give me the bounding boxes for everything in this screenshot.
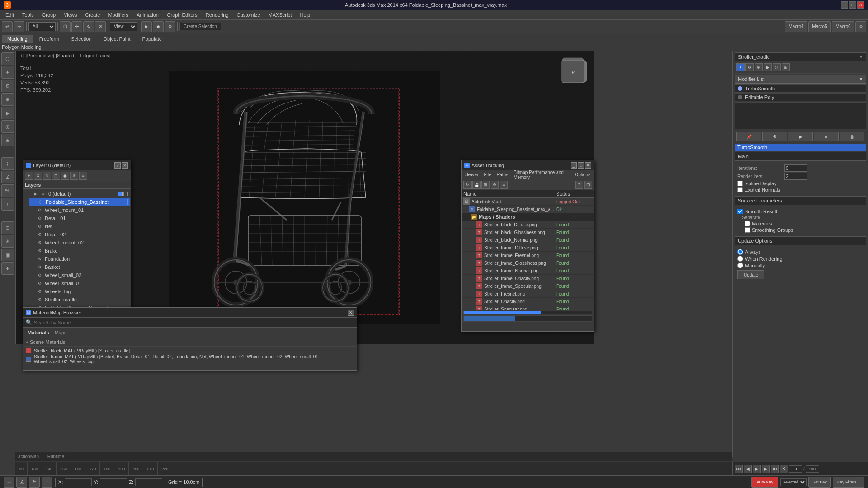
layers-freeze-button[interactable]: ❄ bbox=[70, 172, 78, 180]
asset-row-vault[interactable]: 🏛 Autodesk Vault Logged Out bbox=[462, 198, 594, 206]
close-button[interactable]: ✕ bbox=[857, 1, 864, 9]
layers-highlight-button[interactable]: ◉ bbox=[61, 172, 69, 180]
selection-filter-dropdown[interactable]: All bbox=[28, 22, 56, 31]
asset-help-button[interactable]: ? bbox=[575, 181, 583, 189]
layers-new-button[interactable]: + bbox=[25, 172, 33, 180]
asset-menu-paths[interactable]: Paths bbox=[495, 172, 510, 177]
render-iters-input[interactable] bbox=[784, 173, 807, 180]
layer-item-detail-02[interactable]: ⚙ Detail_02 bbox=[35, 230, 130, 239]
asset-row-frame-opacity[interactable]: T Stroller_frame_Opacity.png Found bbox=[462, 275, 594, 282]
section-materials[interactable]: Materials bbox=[26, 329, 51, 336]
play-button[interactable]: ▶ bbox=[753, 465, 761, 473]
materials-checkbox[interactable] bbox=[745, 221, 750, 226]
timeline[interactable]: 80 130 140 150 160 170 180 190 200 210 2… bbox=[15, 462, 732, 475]
layer-item-wheel-small-02[interactable]: ⚙ Wheel_small_02 bbox=[35, 271, 130, 279]
asset-row-frame-normal[interactable]: T Stroller_frame_Normal.png Found bbox=[462, 267, 594, 275]
menu-rendering[interactable]: Rendering bbox=[202, 11, 232, 19]
layer-item-wheel-mount-01[interactable]: ⚙ Wheel_mount_01 bbox=[35, 206, 130, 214]
menu-help[interactable]: Help bbox=[297, 11, 314, 19]
asset-minimize-button[interactable]: _ bbox=[571, 162, 577, 169]
tab-populate[interactable]: Populate bbox=[137, 35, 167, 43]
update-options-header[interactable]: Update Options bbox=[735, 236, 866, 245]
set-key-button[interactable]: Set Key bbox=[808, 477, 831, 488]
sidebar-camera[interactable]: ⊡ bbox=[1, 221, 14, 234]
hierarchy-panel-icon[interactable]: ⊕ bbox=[755, 63, 763, 71]
layer-item-wheel-small-01[interactable]: ⚙ Wheel_small_01 bbox=[35, 279, 130, 287]
key-filters-button[interactable]: Key Filters... bbox=[833, 477, 864, 488]
angle-snap-button[interactable]: ∡ bbox=[16, 477, 27, 488]
material-search-input[interactable] bbox=[34, 320, 354, 325]
menu-maxscript[interactable]: MAXScript bbox=[265, 11, 296, 19]
asset-row-opacity[interactable]: T Stroller_Opacity.png Found bbox=[462, 298, 594, 305]
asset-close-button[interactable]: ✕ bbox=[585, 162, 591, 169]
asset-row-frame-specular[interactable]: T Stroller_frame_Specular.png Found bbox=[462, 282, 594, 290]
delete-button[interactable]: 🗑 bbox=[840, 132, 864, 141]
tab-freeform[interactable]: Freeform bbox=[34, 35, 65, 43]
go-end-button[interactable]: ⏭ bbox=[771, 465, 779, 473]
redo-button[interactable]: ↪ bbox=[14, 21, 24, 32]
scale-button[interactable]: ⊠ bbox=[95, 21, 106, 32]
create-selection-btn[interactable]: Create Selection bbox=[179, 23, 221, 30]
modifier-turbosmooth[interactable]: TurboSmooth bbox=[735, 84, 866, 93]
sidebar-percent-snap[interactable]: % bbox=[1, 184, 14, 197]
display-panel-icon[interactable]: ◎ bbox=[773, 63, 781, 71]
view-dropdown[interactable]: View bbox=[110, 22, 137, 31]
more-button[interactable]: ▶ bbox=[788, 132, 813, 141]
minimize-button[interactable]: _ bbox=[841, 1, 848, 9]
update-button[interactable]: Update bbox=[737, 270, 764, 279]
layer-item-foundation[interactable]: ⚙ Foundation bbox=[35, 255, 130, 263]
material-editor-button[interactable]: ◆ bbox=[153, 21, 164, 32]
settings-button[interactable]: ≡ bbox=[814, 132, 839, 141]
layer-item-basket[interactable]: ⚙ Basket bbox=[35, 263, 130, 271]
macro1-button[interactable]: Macro4 bbox=[785, 21, 807, 32]
tab-modeling[interactable]: Modeling bbox=[2, 35, 33, 43]
layer-item-detail-01[interactable]: ⚙ Detail_01 bbox=[35, 214, 130, 222]
menu-animation[interactable]: Animation bbox=[133, 11, 162, 19]
total-frames-input[interactable] bbox=[806, 465, 819, 473]
undo-button[interactable]: ↩ bbox=[2, 21, 13, 32]
main-params-header[interactable]: Main bbox=[735, 152, 866, 161]
manually-radio[interactable] bbox=[737, 263, 743, 268]
menu-create[interactable]: Create bbox=[81, 11, 104, 19]
smooth-result-checkbox[interactable] bbox=[737, 209, 743, 214]
sidebar-render-frame[interactable]: ▣ bbox=[1, 249, 14, 261]
sidebar-spinner-snap[interactable]: ↕ bbox=[1, 198, 14, 211]
material-close-button[interactable]: ✕ bbox=[348, 310, 354, 316]
asset-expand-button[interactable]: ⊡ bbox=[584, 181, 592, 189]
layers-close-button[interactable]: ✕ bbox=[122, 162, 128, 169]
asset-copy-button[interactable]: ⊞ bbox=[481, 181, 490, 189]
z-input[interactable] bbox=[135, 478, 162, 486]
asset-list-view-button[interactable]: ≡ bbox=[500, 181, 508, 189]
render-setup-button[interactable]: ⚙ bbox=[165, 21, 175, 32]
configure-button[interactable]: ⚙ bbox=[762, 132, 787, 141]
section-maps[interactable]: Maps bbox=[53, 329, 69, 336]
asset-menu-server[interactable]: Server bbox=[463, 172, 480, 177]
prev-frame-button[interactable]: ◀ bbox=[744, 465, 752, 473]
menu-tools[interactable]: Tools bbox=[19, 11, 38, 19]
material-row-frame[interactable]: Stroller_frame_MAT ( VRayMtl ) [Basket, … bbox=[26, 354, 354, 365]
key-mode-button[interactable]: K bbox=[780, 465, 788, 473]
render-button[interactable]: ▶ bbox=[141, 21, 152, 32]
go-start-button[interactable]: ⏮ bbox=[735, 465, 743, 473]
sidebar-env[interactable]: ♦ bbox=[1, 262, 14, 275]
asset-row-fresnel[interactable]: T Stroller_Fresnel.png Found bbox=[462, 290, 594, 298]
next-frame-button[interactable]: ▶ bbox=[762, 465, 770, 473]
layer-item-stroller-cradle[interactable]: ⚙ Stroller_cradle bbox=[35, 296, 130, 304]
menu-group[interactable]: Group bbox=[38, 11, 60, 19]
asset-menu-bitmap[interactable]: Bitmap Performance and Memory bbox=[512, 170, 571, 180]
tab-object-paint[interactable]: Object Paint bbox=[98, 35, 136, 43]
sidebar-hierarchy-tool[interactable]: ⊕ bbox=[1, 93, 14, 106]
smoothing-groups-checkbox[interactable] bbox=[745, 227, 750, 233]
macro3-button[interactable]: Macro6 bbox=[832, 21, 854, 32]
when-rendering-radio[interactable] bbox=[737, 256, 743, 262]
modify-panel-icon[interactable]: ⚙ bbox=[745, 63, 754, 71]
asset-maximize-button[interactable]: □ bbox=[578, 162, 584, 169]
layer-item-wheel-mount-02[interactable]: ⚙ Wheel_mount_02 bbox=[35, 239, 130, 247]
layers-delete-button[interactable]: ✕ bbox=[34, 172, 42, 180]
sidebar-snap-tool[interactable]: ⊹ bbox=[1, 157, 14, 170]
sidebar-light[interactable]: ☀ bbox=[1, 235, 14, 248]
layers-help-button[interactable]: ? bbox=[114, 162, 121, 169]
y-input[interactable] bbox=[100, 478, 127, 486]
menu-edit[interactable]: Edit bbox=[2, 11, 18, 19]
menu-views[interactable]: Views bbox=[60, 11, 80, 19]
